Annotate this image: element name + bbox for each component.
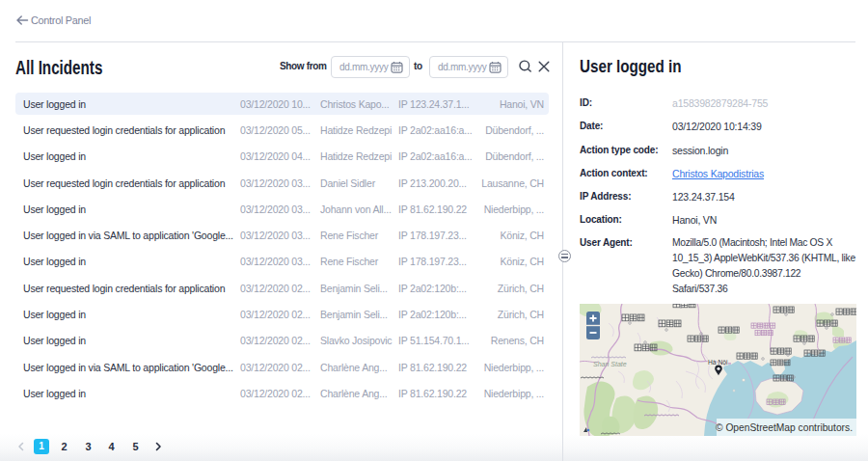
svg-text:Shan State: Shan State <box>593 361 627 367</box>
svg-text:Hà Nội: Hà Nội <box>708 359 728 366</box>
svg-text:© OpenStreetMap contributors.: © OpenStreetMap contributors. <box>716 421 853 433</box>
